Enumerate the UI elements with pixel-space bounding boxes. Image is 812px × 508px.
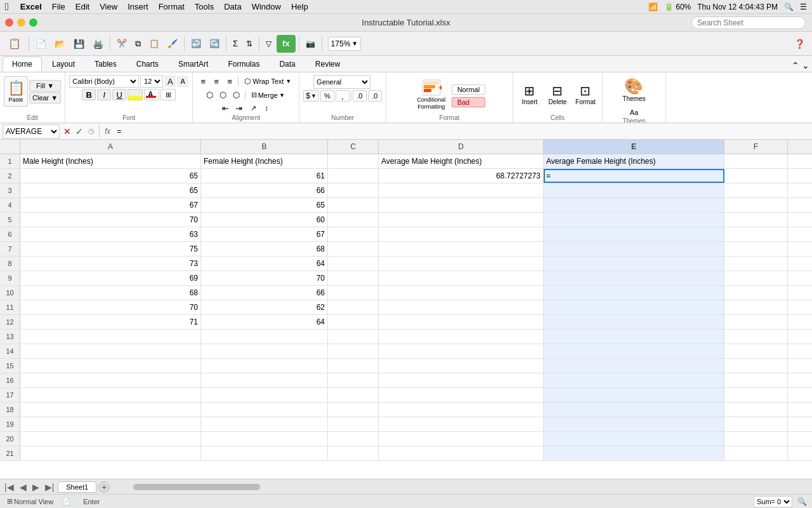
cell-a6[interactable]: 63 [20, 227, 201, 241]
merge-button[interactable]: ⊟ Merge ▼ [247, 89, 289, 101]
formula-button[interactable]: fx [277, 35, 296, 53]
fill-color-button[interactable] [128, 89, 143, 100]
cell-b12[interactable]: 64 [201, 315, 328, 329]
cell-f9[interactable] [724, 271, 788, 285]
cell-a20[interactable] [20, 432, 201, 446]
cell-b7[interactable]: 68 [201, 242, 328, 256]
align-top-center-button[interactable]: ≡ [210, 76, 223, 87]
menu-excel[interactable]: Excel [15, 2, 47, 11]
cell-c5[interactable] [328, 213, 379, 227]
cell-b1[interactable]: Female Height (Inches) [201, 154, 328, 168]
row-header-3[interactable]: 3 [0, 184, 20, 197]
cell-b15[interactable] [201, 359, 328, 373]
font-theme-button[interactable]: Aa [627, 107, 641, 117]
cell-c20[interactable] [328, 432, 379, 446]
row-header-16[interactable]: 16 [0, 373, 20, 387]
cell-c9[interactable] [328, 271, 379, 285]
style-normal-button[interactable]: Normal [452, 84, 485, 95]
cell-d11[interactable] [379, 300, 544, 314]
horizontal-scrollbar[interactable] [114, 483, 807, 491]
percent-button[interactable]: % [320, 90, 334, 102]
cell-f15[interactable] [724, 359, 788, 373]
cell-a3[interactable]: 65 [20, 184, 201, 197]
cell-e21[interactable] [544, 446, 724, 460]
indent-decrease-button[interactable]: ⇤ [219, 102, 232, 114]
row-header-6[interactable]: 6 [0, 227, 20, 241]
cell-f14[interactable] [724, 344, 788, 358]
row-header-2[interactable]: 2 [0, 169, 20, 183]
col-header-d[interactable]: D [379, 140, 544, 154]
align-top-left-button[interactable]: ≡ [197, 76, 209, 87]
conditional-formatting-button[interactable]: ConditionalFormatting [414, 78, 449, 111]
cell-d19[interactable] [379, 417, 544, 431]
align-bottom-center-button[interactable]: ⬡ [217, 90, 230, 101]
zoom-dropdown-icon[interactable]: ▼ [351, 40, 358, 47]
tab-formulas[interactable]: Formulas [218, 57, 269, 72]
cell-d16[interactable] [379, 373, 544, 387]
font-name-select[interactable]: Calibri (Body) [69, 75, 139, 88]
borders-button[interactable]: ⊞ [160, 89, 176, 100]
wrap-text-button[interactable]: ⬡ Wrap Text ▼ [240, 75, 295, 88]
cell-d9[interactable] [379, 271, 544, 285]
align-bottom-left-button[interactable]: ⬡ [204, 90, 216, 101]
row-header-15[interactable]: 15 [0, 359, 20, 373]
cell-e18[interactable] [544, 403, 724, 417]
col-header-c[interactable]: C [328, 140, 379, 154]
col-header-f[interactable]: F [724, 140, 788, 154]
sheet-nav-last[interactable]: ▶| [43, 482, 56, 492]
cell-f10[interactable] [724, 286, 788, 300]
camera-button[interactable]: 📷 [303, 35, 318, 53]
apple-menu[interactable]:  [5, 1, 9, 13]
cell-e3[interactable]: E3 [544, 184, 724, 197]
cell-c10[interactable] [328, 286, 379, 300]
cell-a19[interactable] [20, 417, 201, 431]
close-button[interactable] [5, 18, 13, 27]
menu-file[interactable]: File [47, 2, 70, 11]
cell-d21[interactable] [379, 446, 544, 460]
cell-d13[interactable] [379, 330, 544, 344]
cell-f8[interactable] [724, 257, 788, 271]
col-header-e[interactable]: E [544, 140, 724, 154]
row-header-14[interactable]: 14 [0, 344, 20, 358]
confirm-formula-icon[interactable]: ✓ [74, 126, 84, 137]
format-cells-button[interactable]: ⊡ Format [573, 77, 598, 110]
sort-button[interactable]: ⇅ [243, 35, 256, 53]
normal-view-button[interactable]: ⊞ Normal View [5, 497, 55, 505]
cell-c4[interactable] [328, 198, 379, 212]
row-header-21[interactable]: 21 [0, 446, 20, 460]
menu-data[interactable]: Data [219, 2, 246, 11]
menu-tools[interactable]: Tools [190, 2, 219, 11]
cell-f11[interactable] [724, 300, 788, 314]
help-button[interactable]: ❓ [791, 35, 808, 53]
cell-d3[interactable] [379, 184, 544, 197]
cell-d15[interactable] [379, 359, 544, 373]
underline-button[interactable]: U [112, 89, 126, 100]
increase-decimal-button[interactable]: .0 [353, 90, 367, 102]
cell-f18[interactable] [724, 403, 788, 417]
cell-c18[interactable] [328, 403, 379, 417]
minimize-button[interactable] [17, 18, 25, 27]
cell-e4[interactable] [544, 198, 724, 212]
cell-b16[interactable] [201, 373, 328, 387]
cell-e16[interactable] [544, 373, 724, 387]
row-header-10[interactable]: 10 [0, 286, 20, 300]
cell-d4[interactable] [379, 198, 544, 212]
merge-dropdown-icon[interactable]: ▼ [279, 92, 285, 98]
cell-d2[interactable]: 68.72727273 [379, 169, 544, 183]
open-button[interactable]: 📂 [51, 35, 69, 53]
col-header-a[interactable]: A [20, 140, 201, 154]
cell-a21[interactable] [20, 446, 201, 460]
italic-button[interactable]: I [97, 89, 111, 100]
cell-f12[interactable] [724, 315, 788, 329]
indent-increase-button[interactable]: ⇥ [232, 102, 245, 114]
maximize-button[interactable] [29, 18, 37, 27]
filter-button[interactable]: ▽ [263, 35, 275, 53]
sum-selector[interactable]: Sum= 0 [754, 496, 792, 507]
cell-c16[interactable] [328, 373, 379, 387]
cell-f21[interactable] [724, 446, 788, 460]
row-header-5[interactable]: 5 [0, 213, 20, 227]
number-format-select[interactable]: General [313, 75, 370, 89]
font-color-button[interactable]: A [144, 89, 159, 100]
ribbon-collapse-icon[interactable]: ⌄ [802, 60, 809, 70]
cell-e17[interactable] [544, 388, 724, 402]
